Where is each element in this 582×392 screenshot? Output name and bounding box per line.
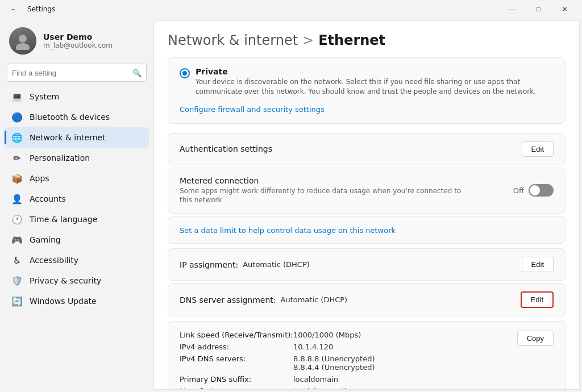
nav-label-accounts: Accounts [30, 194, 66, 203]
private-radio[interactable] [180, 68, 190, 78]
avatar [9, 27, 36, 55]
detail-key: Manufacturer: [180, 387, 293, 390]
breadcrumb: Network & internet > Ethernet [168, 32, 566, 48]
ip-key: IP assignment: [180, 260, 238, 269]
sidebar-item-system[interactable]: 💻 System [5, 86, 149, 107]
private-label: Private [196, 67, 554, 76]
sidebar-item-update[interactable]: 🔄 Windows Update [5, 291, 149, 311]
sidebar-item-time[interactable]: 🕐 Time & language [5, 209, 149, 230]
breadcrumb-parent: Network & internet [168, 32, 298, 48]
network-details: Link speed (Receive/Transmit):1000/1000 … [168, 321, 566, 390]
private-desc: Your device is discoverable on the netwo… [196, 77, 554, 97]
detail-value: 8.8.8.8 (Unencrypted) 8.8.4.4 (Unencrypt… [293, 355, 375, 372]
ip-assignment-row: IP assignment: Automatic (DHCP) Edit [168, 248, 566, 281]
ip-value: Automatic (DHCP) [243, 260, 310, 269]
nav-icon-personalization: ✏️ [11, 152, 23, 164]
svg-point-1 [16, 43, 30, 50]
detail-row: Manufacturer:Intel Corporation [180, 387, 517, 390]
sidebar-item-personalization[interactable]: ✏️ Personalization [5, 148, 149, 168]
maximize-button[interactable]: □ [525, 0, 551, 18]
sidebar-item-accounts[interactable]: 👤 Accounts [5, 189, 149, 209]
close-button[interactable]: ✕ [551, 0, 577, 18]
sidebar-item-privacy[interactable]: 🛡️ Privacy & security [5, 270, 149, 291]
sidebar-item-apps[interactable]: 📦 Apps [5, 168, 149, 189]
title-bar: ← Settings — □ ✕ [0, 0, 582, 18]
breadcrumb-separator: > [302, 32, 314, 48]
back-icon: ← [11, 6, 17, 12]
nav-icon-bluetooth: 🔵 [11, 111, 23, 123]
minimize-button[interactable]: — [499, 0, 525, 18]
ip-edit-button[interactable]: Edit [522, 257, 554, 272]
nav-icon-privacy: 🛡️ [11, 275, 23, 286]
detail-key: Primary DNS suffix: [180, 375, 293, 383]
detail-row: Link speed (Receive/Transmit):1000/1000 … [180, 331, 517, 339]
auth-edit-button[interactable]: Edit [522, 141, 554, 157]
detail-value: localdomain [293, 375, 338, 383]
detail-row: IPv4 address:10.1.4.120 [180, 343, 517, 351]
auth-label: Authentication settings [180, 144, 272, 153]
detail-key: IPv4 address: [180, 343, 293, 351]
nav-label-privacy: Privacy & security [30, 276, 101, 285]
detail-key: IPv4 DNS servers: [180, 355, 293, 372]
nav-icon-network: 🌐 [11, 132, 23, 143]
breadcrumb-current: Ethernet [318, 32, 385, 48]
search-input[interactable] [12, 69, 132, 77]
avatar-image [14, 32, 32, 50]
sidebar: User Demo m_lab@outlook.com 🔍 💻 System 🔵… [0, 18, 153, 392]
auth-settings-row: Authentication settings Edit [168, 133, 566, 165]
detail-fields: Link speed (Receive/Transmit):1000/1000 … [180, 331, 517, 390]
sidebar-item-accessibility[interactable]: ♿ Accessibility [5, 250, 149, 270]
metered-desc: Some apps might work differently to redu… [180, 186, 464, 206]
copy-button[interactable]: Copy [517, 331, 554, 346]
detail-value: 10.1.4.120 [293, 343, 333, 351]
dns-assignment-row: DNS server assignment: Automatic (DHCP) … [168, 283, 566, 316]
title-bar-left: ← Settings [5, 0, 55, 18]
user-name: User Demo [43, 32, 113, 41]
main-window: User Demo m_lab@outlook.com 🔍 💻 System 🔵… [0, 18, 582, 392]
nav-icon-apps: 📦 [11, 173, 23, 184]
network-profile-card: Private Your device is discoverable on t… [168, 57, 566, 124]
content-area: Network & internet > Ethernet Private Yo… [153, 20, 580, 390]
dns-value: Automatic (DHCP) [281, 295, 348, 304]
back-button[interactable]: ← [5, 0, 23, 18]
sidebar-item-gaming[interactable]: 🎮 Gaming [5, 230, 149, 250]
details-with-copy: Link speed (Receive/Transmit):1000/1000 … [180, 331, 554, 390]
dns-edit-button[interactable]: Edit [521, 291, 554, 308]
firewall-settings-link[interactable]: Configure firewall and security settings [180, 105, 325, 114]
data-limit-row: Set a data limit to help control data us… [168, 216, 566, 244]
metered-toggle[interactable] [529, 184, 554, 197]
user-email: m_lab@outlook.com [43, 41, 113, 49]
sidebar-item-network[interactable]: 🌐 Network & internet [5, 127, 149, 148]
detail-key: Link speed (Receive/Transmit): [180, 331, 293, 339]
metered-label: Metered connection [180, 176, 464, 185]
user-card: User Demo m_lab@outlook.com [5, 18, 149, 61]
metered-toggle-label: Off [513, 186, 524, 195]
detail-value: Intel Corporation [293, 387, 356, 390]
nav-icon-accounts: 👤 [11, 193, 23, 205]
nav-label-personalization: Personalization [30, 153, 90, 162]
detail-row: IPv4 DNS servers:8.8.8.8 (Unencrypted) 8… [180, 355, 517, 372]
user-info: User Demo m_lab@outlook.com [43, 32, 113, 49]
nav-label-bluetooth: Bluetooth & devices [30, 112, 110, 122]
nav-icon-update: 🔄 [11, 295, 23, 307]
nav-label-network: Network & internet [30, 133, 106, 142]
page-header: Network & internet > Ethernet [154, 21, 579, 57]
app-title: Settings [27, 5, 55, 13]
nav-icon-gaming: 🎮 [11, 234, 23, 245]
nav-label-apps: Apps [30, 174, 49, 183]
sidebar-item-bluetooth[interactable]: 🔵 Bluetooth & devices [5, 107, 149, 127]
nav-label-time: Time & language [30, 215, 97, 224]
detail-value: 1000/1000 (Mbps) [293, 331, 361, 339]
nav-container: 💻 System 🔵 Bluetooth & devices 🌐 Network… [5, 86, 149, 311]
data-limit-link[interactable]: Set a data limit to help control data us… [180, 226, 396, 235]
nav-icon-accessibility: ♿ [11, 255, 23, 266]
window-controls: — □ ✕ [499, 0, 577, 18]
svg-point-0 [19, 35, 27, 43]
private-option: Private Your device is discoverable on t… [180, 67, 554, 97]
search-icon: 🔍 [132, 69, 142, 77]
dns-key: DNS server assignment: [180, 295, 276, 305]
nav-label-update: Windows Update [30, 297, 97, 306]
nav-label-system: System [30, 92, 59, 101]
search-box[interactable]: 🔍 [7, 64, 147, 82]
detail-row: Primary DNS suffix:localdomain [180, 375, 517, 383]
